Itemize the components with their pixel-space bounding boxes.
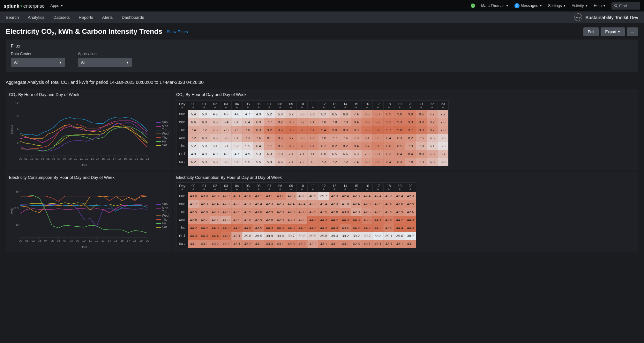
heat-cell[interactable]: 7.5 bbox=[416, 134, 427, 142]
heat-cell[interactable]: 8.2 bbox=[329, 142, 340, 150]
heat-cell[interactable]: 5.9 bbox=[199, 158, 210, 166]
heat-cell[interactable]: 43.1 bbox=[340, 240, 351, 248]
heat-cell[interactable]: 9.3 bbox=[405, 118, 416, 126]
heat-cell[interactable]: 9.2 bbox=[372, 118, 383, 126]
heat-cell[interactable]: 42.3 bbox=[329, 192, 340, 200]
heat-cell[interactable]: 42.9 bbox=[210, 208, 221, 216]
heat-cell[interactable]: 6.0 bbox=[231, 118, 242, 126]
col-header-hour[interactable]: 14◆ bbox=[340, 182, 351, 192]
heat-cell[interactable]: 44.4 bbox=[394, 224, 405, 232]
heat-cell[interactable]: 8.3 bbox=[394, 134, 405, 142]
heat-cell[interactable]: 8.7 bbox=[362, 142, 372, 150]
heat-cell[interactable]: 8.5 bbox=[394, 142, 405, 150]
heat-cell[interactable]: 44.0 bbox=[242, 224, 253, 232]
heat-cell[interactable]: 7.6 bbox=[253, 134, 264, 142]
heat-cell[interactable]: 42.3 bbox=[221, 200, 231, 208]
activity-menu[interactable]: Activity▼ bbox=[572, 4, 588, 8]
heat-cell[interactable]: 6.8 bbox=[199, 118, 210, 126]
heat-cell[interactable]: 5.2 bbox=[264, 110, 275, 118]
heat-cell[interactable]: 39.8 bbox=[242, 232, 253, 240]
heat-cell[interactable]: 42.6 bbox=[405, 208, 416, 216]
heat-cell[interactable]: 39.2 bbox=[362, 232, 372, 240]
heat-cell[interactable]: 42.4 bbox=[210, 200, 221, 208]
col-header-hour[interactable]: 09◆ bbox=[286, 182, 296, 192]
heat-cell[interactable]: 6.6 bbox=[275, 158, 286, 166]
heat-cell[interactable]: 6.6 bbox=[188, 118, 199, 126]
heat-cell[interactable]: 8.2 bbox=[275, 118, 286, 126]
heat-cell[interactable]: 44.3 bbox=[296, 224, 307, 232]
heat-cell[interactable]: 6.0 bbox=[438, 158, 448, 166]
find-input[interactable]: Find bbox=[611, 2, 640, 10]
heat-cell[interactable]: 44.1 bbox=[372, 216, 383, 224]
heat-cell[interactable]: 7.4 bbox=[351, 110, 362, 118]
heat-cell[interactable]: 9.0 bbox=[329, 126, 340, 134]
more-button[interactable]: ... bbox=[627, 27, 638, 36]
col-header-hour[interactable]: 06◆ bbox=[253, 100, 264, 110]
col-header-hour[interactable]: 17◆ bbox=[372, 182, 383, 192]
heat-cell[interactable]: 7.9 bbox=[340, 118, 351, 126]
heat-cell[interactable]: 7.2 bbox=[199, 126, 210, 134]
heat-cell[interactable]: 43.0 bbox=[394, 200, 405, 208]
heat-cell[interactable]: 7.2 bbox=[188, 134, 199, 142]
edit-button[interactable]: Edit bbox=[583, 27, 599, 36]
heat-cell[interactable]: 42.8 bbox=[242, 216, 253, 224]
col-header-hour[interactable]: 11◆ bbox=[307, 100, 318, 110]
heat-cell[interactable]: 42.3 bbox=[264, 200, 275, 208]
col-header-hour[interactable]: 10◆ bbox=[296, 100, 307, 110]
col-header-day[interactable]: Day◆ bbox=[176, 182, 188, 192]
heat-cell[interactable]: 43.1 bbox=[383, 240, 394, 248]
heat-cell[interactable]: 42.3 bbox=[307, 200, 318, 208]
heat-cell[interactable]: 8.5 bbox=[372, 134, 383, 142]
heat-cell[interactable]: 42.9 bbox=[231, 208, 242, 216]
heat-cell[interactable]: 4.9 bbox=[242, 150, 253, 158]
help-menu[interactable]: Help▼ bbox=[594, 4, 606, 8]
heat-cell[interactable]: 7.8 bbox=[318, 118, 329, 126]
heat-cell[interactable]: 4.9 bbox=[221, 150, 231, 158]
heat-cell[interactable]: 7.1 bbox=[296, 150, 307, 158]
col-header-hour[interactable]: 03◆ bbox=[221, 100, 231, 110]
heat-cell[interactable]: 43.0 bbox=[286, 216, 296, 224]
heat-cell[interactable]: 6.4 bbox=[253, 142, 264, 150]
heat-cell[interactable]: 44.2 bbox=[329, 216, 340, 224]
heat-cell[interactable]: 6.4 bbox=[221, 118, 231, 126]
heat-cell[interactable]: 9.5 bbox=[362, 126, 372, 134]
heat-cell[interactable]: 42.3 bbox=[383, 192, 394, 200]
heat-cell[interactable]: 44.3 bbox=[329, 224, 340, 232]
heat-cell[interactable]: 42.9 bbox=[210, 192, 221, 200]
heat-cell[interactable]: 9.8 bbox=[372, 126, 383, 134]
heat-cell[interactable]: 7.6 bbox=[340, 134, 351, 142]
col-header-hour[interactable]: 22◆ bbox=[427, 100, 438, 110]
heat-cell[interactable]: 44.2 bbox=[362, 224, 372, 232]
heat-cell[interactable]: 6.4 bbox=[242, 118, 253, 126]
heat-cell[interactable]: 8.7 bbox=[372, 110, 383, 118]
heat-cell[interactable]: 42.8 bbox=[351, 240, 362, 248]
col-header-hour[interactable]: 04◆ bbox=[231, 182, 242, 192]
heat-cell[interactable]: 6.9 bbox=[253, 118, 264, 126]
heat-cell[interactable]: 5.5 bbox=[242, 158, 253, 166]
heat-cell[interactable]: 39.2 bbox=[351, 232, 362, 240]
heat-cell[interactable]: 9.0 bbox=[416, 118, 427, 126]
heat-cell[interactable]: 4.7 bbox=[242, 110, 253, 118]
heat-cell[interactable]: 8.3 bbox=[253, 126, 264, 134]
heat-cell[interactable]: 7.7 bbox=[264, 118, 275, 126]
heat-cell[interactable]: 7.0 bbox=[221, 126, 231, 134]
heat-cell[interactable]: 39.0 bbox=[394, 232, 405, 240]
heat-cell[interactable]: 9.2 bbox=[264, 126, 275, 134]
heat-cell[interactable]: 42.4 bbox=[340, 192, 351, 200]
heat-cell[interactable]: 43.5 bbox=[253, 224, 264, 232]
col-header-hour[interactable]: 20◆ bbox=[405, 100, 416, 110]
heat-cell[interactable]: 4.9 bbox=[210, 150, 221, 158]
heat-cell[interactable]: 43.2 bbox=[296, 240, 307, 248]
heat-cell[interactable]: 8.2 bbox=[296, 118, 307, 126]
heat-cell[interactable]: 5.3 bbox=[253, 150, 264, 158]
heat-cell[interactable]: 42.9 bbox=[253, 216, 264, 224]
heat-cell[interactable]: 8.1 bbox=[264, 134, 275, 142]
heat-cell[interactable]: 43.1 bbox=[253, 192, 264, 200]
heat-cell[interactable]: 43.1 bbox=[394, 240, 405, 248]
heat-cell[interactable]: 6.2 bbox=[286, 110, 296, 118]
heat-cell[interactable]: 6.8 bbox=[427, 158, 438, 166]
heat-cell[interactable]: 9.8 bbox=[286, 126, 296, 134]
heat-cell[interactable]: 8.2 bbox=[318, 142, 329, 150]
heat-cell[interactable]: 7.8 bbox=[405, 158, 416, 166]
heat-cell[interactable]: 42.6 bbox=[362, 208, 372, 216]
